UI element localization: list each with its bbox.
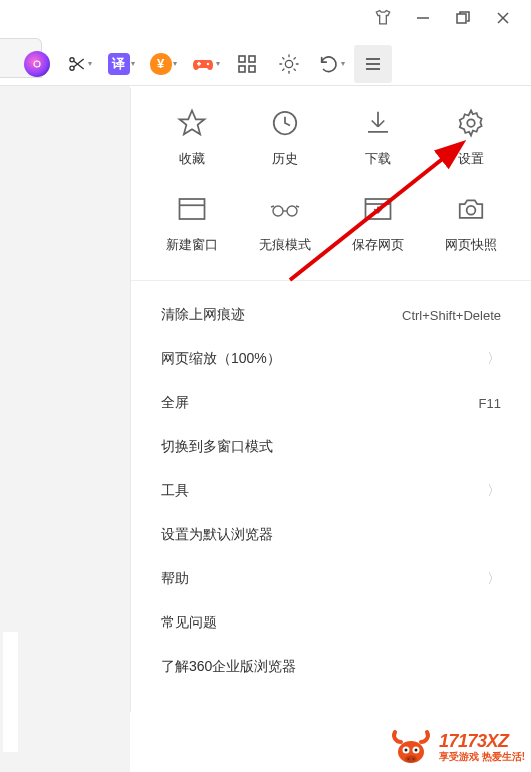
- svg-point-49: [405, 756, 417, 763]
- about-enterprise-item[interactable]: 了解360企业版浏览器: [131, 645, 531, 689]
- settings-button[interactable]: 设置: [424, 106, 517, 168]
- menu-label: 帮助: [161, 570, 189, 588]
- sun-icon: [278, 53, 300, 75]
- svg-line-23: [283, 69, 284, 70]
- main-menu-button[interactable]: [354, 45, 392, 83]
- settings-label: 设置: [458, 150, 484, 168]
- chevron-right-icon: 〉: [487, 482, 501, 500]
- main-menu-dropdown: 收藏 历史 下载 设置 新建窗口 无痕模式 保存网页 网页快照: [130, 88, 531, 712]
- close-button[interactable]: [487, 2, 519, 34]
- faq-item[interactable]: 常见问题: [131, 601, 531, 645]
- svg-rect-13: [249, 56, 255, 62]
- new-window-label: 新建窗口: [166, 236, 218, 254]
- svg-line-22: [294, 69, 295, 70]
- undo-icon: [318, 53, 340, 75]
- multi-window-item[interactable]: 切换到多窗口模式: [131, 425, 531, 469]
- quick-actions-grid: 收藏 历史 下载 设置 新建窗口 无痕模式 保存网页 网页快照: [131, 88, 531, 264]
- window-controls: [367, 0, 531, 36]
- incognito-label: 无痕模式: [259, 236, 311, 254]
- incognito-button[interactable]: 无痕模式: [238, 192, 331, 254]
- watermark: 17173XZ 享受游戏 热爱生活!: [389, 728, 525, 766]
- history-label: 历史: [272, 150, 298, 168]
- star-icon: [175, 106, 209, 140]
- svg-line-21: [283, 57, 284, 58]
- svg-point-16: [285, 60, 292, 67]
- svg-rect-14: [239, 66, 245, 72]
- translate-icon: 译: [108, 53, 130, 75]
- menu-label: 网页缩放（100%）: [161, 350, 281, 368]
- new-window-button[interactable]: 新建窗口: [145, 192, 238, 254]
- menu-label: 全屏: [161, 394, 189, 412]
- money-icon: ¥: [150, 53, 172, 75]
- undo-button[interactable]: ▾: [312, 45, 350, 83]
- svg-line-24: [294, 57, 295, 58]
- tools-item[interactable]: 工具 〉: [131, 469, 531, 513]
- download-icon: [361, 106, 395, 140]
- downloads-button[interactable]: 下载: [331, 106, 424, 168]
- camera-snap-icon: [454, 192, 488, 226]
- favorites-button[interactable]: 收藏: [145, 106, 238, 168]
- svg-rect-15: [249, 66, 255, 72]
- camera-button[interactable]: [18, 45, 56, 83]
- incognito-icon: [268, 192, 302, 226]
- hamburger-icon: [364, 55, 382, 73]
- save-page-label: 保存网页: [352, 236, 404, 254]
- dropdown-arrow-icon: ▾: [216, 59, 220, 68]
- svg-point-41: [466, 206, 475, 215]
- menu-label: 清除上网痕迹: [161, 306, 245, 324]
- menu-label: 设置为默认浏览器: [161, 526, 273, 544]
- chevron-right-icon: 〉: [487, 570, 501, 588]
- menu-label: 工具: [161, 482, 189, 500]
- clear-browsing-data-item[interactable]: 清除上网痕迹 Ctrl+Shift+Delete: [131, 293, 531, 337]
- svg-line-37: [296, 206, 299, 207]
- svg-line-36: [271, 206, 274, 207]
- save-page-button[interactable]: 保存网页: [331, 192, 424, 254]
- menu-shortcut: F11: [479, 396, 501, 411]
- content-background: [0, 86, 130, 772]
- dropdown-arrow-icon: ▾: [88, 59, 92, 68]
- zoom-item[interactable]: 网页缩放（100%） 〉: [131, 337, 531, 381]
- ox-logo-icon: [389, 728, 433, 766]
- svg-rect-11: [198, 61, 200, 65]
- svg-point-33: [273, 206, 283, 216]
- skin-button[interactable]: [367, 2, 399, 34]
- clock-icon: [268, 106, 302, 140]
- dropdown-arrow-icon: ▾: [131, 59, 135, 68]
- history-button[interactable]: 历史: [238, 106, 331, 168]
- camera-icon: [24, 51, 50, 77]
- watermark-title: 17173XZ: [439, 732, 525, 752]
- snapshot-button[interactable]: 网页快照: [424, 192, 517, 254]
- extensions-button[interactable]: [228, 45, 266, 83]
- svg-point-9: [206, 62, 208, 64]
- gear-icon: [454, 106, 488, 140]
- window-icon: [175, 192, 209, 226]
- svg-marker-28: [179, 111, 204, 135]
- favorites-label: 收藏: [179, 150, 205, 168]
- svg-point-4: [34, 61, 40, 67]
- svg-point-34: [287, 206, 297, 216]
- game-button[interactable]: ▾: [186, 45, 224, 83]
- svg-point-47: [404, 749, 407, 752]
- menu-label: 切换到多窗口模式: [161, 438, 273, 456]
- scissors-icon: [67, 54, 87, 74]
- money-button[interactable]: ¥ ▾: [144, 45, 182, 83]
- svg-point-5: [69, 57, 73, 61]
- minimize-button[interactable]: [407, 2, 439, 34]
- chevron-right-icon: 〉: [487, 350, 501, 368]
- default-browser-item[interactable]: 设置为默认浏览器: [131, 513, 531, 557]
- fullscreen-item[interactable]: 全屏 F11: [131, 381, 531, 425]
- maximize-button[interactable]: [447, 2, 479, 34]
- help-item[interactable]: 帮助 〉: [131, 557, 531, 601]
- screenshot-button[interactable]: ▾: [60, 45, 98, 83]
- translate-button[interactable]: 译 ▾: [102, 45, 140, 83]
- toolbar: ▾ 译 ▾ ¥ ▾ ▾ ▾: [0, 42, 531, 86]
- svg-point-48: [414, 749, 417, 752]
- downloads-label: 下载: [365, 150, 391, 168]
- menu-shortcut: Ctrl+Shift+Delete: [402, 308, 501, 323]
- dropdown-arrow-icon: ▾: [173, 59, 177, 68]
- svg-rect-31: [179, 199, 204, 219]
- menu-label: 了解360企业版浏览器: [161, 658, 296, 676]
- svg-rect-1: [457, 14, 466, 23]
- theme-button[interactable]: [270, 45, 308, 83]
- svg-point-30: [467, 119, 475, 127]
